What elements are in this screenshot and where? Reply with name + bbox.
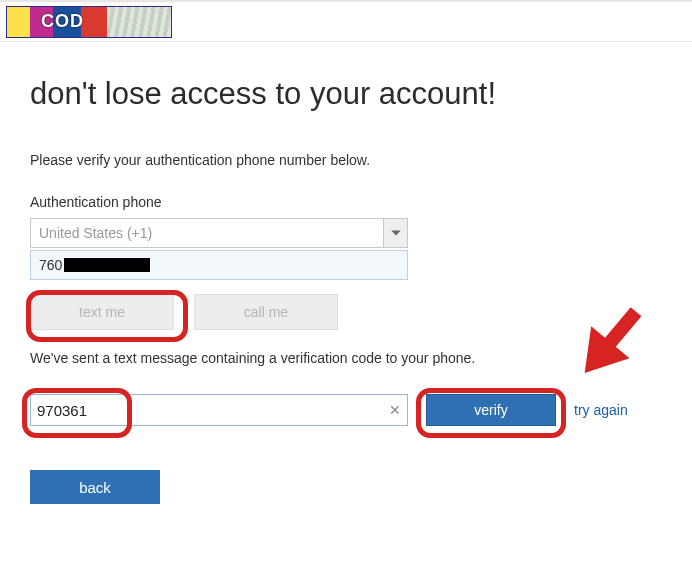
verify-row: ✕ verify try again — [30, 394, 662, 426]
phone-input[interactable]: 760 — [30, 250, 408, 280]
phone-label: Authentication phone — [30, 194, 662, 210]
brand-logo-text: COD — [41, 11, 84, 32]
send-button-row: text me call me — [30, 294, 662, 330]
back-button[interactable]: back — [30, 470, 160, 504]
verification-code-input[interactable] — [37, 402, 389, 419]
main-content: don't lose access to your account! Pleas… — [0, 42, 692, 504]
instruction-text: Please verify your authentication phone … — [30, 152, 662, 168]
page-title: don't lose access to your account! — [30, 76, 662, 112]
brand-logo: COD — [6, 6, 172, 38]
text-me-button[interactable]: text me — [30, 294, 174, 330]
top-bar: COD — [0, 0, 692, 42]
sent-message: We've sent a text message containing a v… — [30, 350, 662, 366]
country-select-value: United States (+1) — [39, 225, 152, 241]
phone-prefix: 760 — [39, 257, 62, 273]
try-again-link[interactable]: try again — [574, 402, 628, 418]
call-me-button[interactable]: call me — [194, 294, 338, 330]
chevron-down-icon — [383, 219, 407, 247]
verify-button[interactable]: verify — [426, 394, 556, 426]
code-input-wrap[interactable]: ✕ — [30, 394, 408, 426]
country-select[interactable]: United States (+1) — [30, 218, 408, 248]
phone-redacted — [64, 258, 150, 272]
clear-icon[interactable]: ✕ — [389, 402, 401, 418]
